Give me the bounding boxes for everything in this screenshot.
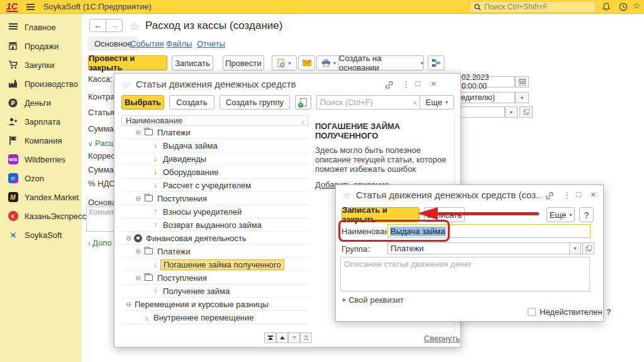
contractor-dropdown-button[interactable]: ▾ bbox=[505, 106, 518, 118]
create-group-button[interactable]: Создать группу bbox=[219, 95, 290, 110]
get-link-icon[interactable] bbox=[385, 81, 394, 89]
collapse-icon[interactable]: ⊖ bbox=[125, 300, 132, 308]
register-records-button[interactable]: ▾ bbox=[272, 55, 297, 71]
email-button[interactable] bbox=[298, 55, 315, 71]
tree-root-peremescheniya[interactable]: ⊖Перемещения и курсовые разницы bbox=[121, 298, 309, 311]
favorite-star-icon[interactable]: ☆ bbox=[130, 20, 140, 33]
tree-item-vydacha-zayma[interactable]: ↓Выдача займа bbox=[121, 139, 309, 152]
tree-item-dividendy[interactable]: ↓Дивиденды bbox=[121, 152, 309, 166]
window-star-icon[interactable]: ☆ bbox=[343, 190, 351, 201]
tree-item-vznosy-uchrediteley[interactable]: ↑Взносы учредителей bbox=[121, 205, 309, 218]
group-input[interactable]: Платежи bbox=[387, 242, 570, 254]
more-button[interactable]: Еще▾ bbox=[419, 95, 454, 110]
sidebar-item-dengi[interactable]: P Деньги bbox=[0, 93, 82, 112]
modal-search-input[interactable]: Поиск (Ctrl+F) × bbox=[316, 95, 421, 110]
menu-lines-icon bbox=[8, 22, 18, 33]
window-menu-icon[interactable]: ⋮ bbox=[563, 190, 571, 200]
wildberries-icon: WB bbox=[8, 154, 18, 165]
sidebar-item-kazanexpress[interactable]: К КазаньЭкспресс bbox=[0, 206, 82, 225]
sidebar-item-wildberries[interactable]: WB Wildberries bbox=[0, 150, 82, 169]
comment-textarea[interactable]: Коммент bbox=[86, 206, 117, 232]
forward-button[interactable]: → bbox=[106, 19, 123, 32]
move-down-button[interactable] bbox=[288, 332, 300, 343]
main-menu-icon[interactable] bbox=[26, 3, 35, 11]
section-rasshifrovka[interactable]: ∨ Расш bbox=[88, 139, 115, 148]
maximize-icon[interactable]: □ bbox=[415, 79, 420, 88]
sidebar-item-glavnoe[interactable]: Главное bbox=[0, 18, 82, 37]
collapse-icon[interactable]: ⊖ bbox=[125, 234, 132, 242]
calendar-icon[interactable] bbox=[515, 76, 529, 88]
operation-dropdown-button[interactable]: ▾ bbox=[515, 92, 529, 103]
date-input[interactable]: 02.2023 0:00:00 bbox=[461, 76, 515, 88]
sidebar-item-ozon[interactable]: O Ozon bbox=[0, 169, 82, 188]
tab-otchety[interactable]: Отчеты bbox=[197, 39, 225, 48]
custom-attribute-link[interactable]: + Свой реквизит bbox=[341, 295, 404, 305]
collapse-icon[interactable]: ⊖ bbox=[135, 195, 142, 203]
group-open-button[interactable] bbox=[582, 242, 594, 254]
favorites-star-icon[interactable]: ☆ bbox=[633, 1, 643, 11]
related-documents-button[interactable] bbox=[428, 55, 445, 71]
group-dropdown-button[interactable]: ▾ bbox=[569, 242, 581, 254]
clear-search-icon[interactable]: × bbox=[413, 99, 417, 106]
notifications-bell-icon[interactable] bbox=[601, 2, 611, 12]
move-first-button[interactable] bbox=[264, 332, 276, 343]
get-link-icon[interactable] bbox=[545, 191, 554, 200]
collapse-window-link[interactable]: Свернуть bbox=[424, 334, 460, 343]
close-icon[interactable]: × bbox=[431, 78, 436, 89]
collapse-icon[interactable]: ⊖ bbox=[135, 128, 142, 137]
tree-group-platezhi-1[interactable]: ⊖Платежи bbox=[121, 126, 309, 139]
select-button[interactable]: Выбрать bbox=[121, 95, 164, 110]
window-menu-icon[interactable]: ⋮ bbox=[402, 79, 410, 89]
invalid-checkbox[interactable] bbox=[528, 308, 536, 316]
tree-item-poluchenie-zayma[interactable]: ↑Получение займа bbox=[121, 285, 309, 298]
move-last-button[interactable] bbox=[300, 332, 312, 343]
invalid-help-link[interactable]: ? bbox=[606, 307, 611, 317]
maximize-icon[interactable]: □ bbox=[576, 189, 581, 199]
sidebar-item-proizvodstvo[interactable]: Производство bbox=[0, 74, 82, 93]
collapse-icon[interactable]: ⊖ bbox=[135, 274, 142, 282]
sidebar-item-soykasoft[interactable]: SoykaSoft bbox=[0, 225, 82, 244]
more-button[interactable]: Еще▾ bbox=[547, 207, 575, 222]
tree-item-rasschet-s-uchreditelem[interactable]: ↓Рассчет с учредителем bbox=[121, 179, 309, 192]
save-button[interactable]: Записать bbox=[172, 55, 213, 71]
history-icon[interactable] bbox=[618, 2, 628, 12]
tree-group-platezhi-2[interactable]: ⊖Платежи bbox=[121, 245, 309, 258]
sidebar-item-zakupki[interactable]: Закупки bbox=[0, 55, 82, 74]
column-header-naimenovanie[interactable]: Наименование ↓ bbox=[121, 115, 309, 126]
sidebar-item-kompaniya[interactable]: Компания bbox=[0, 131, 82, 150]
tree-item-pogashenie-zayma-selected[interactable]: ↓Погашение займа полученного bbox=[121, 258, 309, 271]
tree-root-finansovaya-deyatelnost[interactable]: ⊖✱Финансовая деятельность bbox=[121, 232, 309, 245]
tab-sobytiya[interactable]: События bbox=[130, 39, 164, 48]
create-based-on-button[interactable]: Создать на основании▾ bbox=[338, 55, 424, 71]
income-arrow-icon: ↑ bbox=[153, 220, 157, 229]
field-label-summa: Сумма: bbox=[88, 124, 116, 133]
back-button[interactable]: ← bbox=[89, 19, 106, 32]
contractor-open-button[interactable] bbox=[519, 106, 533, 118]
create-button[interactable]: Создать bbox=[169, 95, 214, 110]
print-button[interactable]: ▾ bbox=[316, 55, 341, 71]
description-textarea[interactable]: Описание статьи движения денег bbox=[340, 257, 590, 291]
collapse-icon[interactable]: ⊖ bbox=[135, 247, 142, 256]
tree-group-postupleniya-1[interactable]: ⊖Поступления bbox=[121, 192, 309, 205]
global-search-input[interactable]: Поиск Ctrl+Shift+F bbox=[470, 1, 596, 13]
tree-group-postupleniya-2[interactable]: ⊖Поступления bbox=[121, 271, 309, 285]
close-icon[interactable]: × bbox=[591, 189, 596, 200]
move-up-button[interactable] bbox=[276, 332, 288, 343]
contractor-input[interactable] bbox=[461, 106, 505, 118]
tab-faily[interactable]: Файлы bbox=[166, 39, 192, 48]
tree-item-oborudovanie[interactable]: ↓Оборудование bbox=[121, 166, 309, 179]
svg-text:P: P bbox=[11, 100, 15, 106]
sidebar-item-zarplata[interactable]: Зарплата bbox=[0, 112, 82, 131]
create-new-item-button[interactable]: + bbox=[295, 95, 311, 110]
help-button[interactable]: ? bbox=[579, 207, 594, 222]
post-button[interactable]: Провести bbox=[223, 55, 264, 71]
tree-item-vnutrennee-peremeschenie[interactable]: ↑↓Внутреннее перемещение bbox=[121, 311, 309, 324]
section-dopolnitelno[interactable]: › Допо bbox=[88, 238, 111, 247]
post-and-close-button[interactable]: Провести и закрыть bbox=[88, 55, 167, 71]
tree-item-vozvrat-vydannogo-zayma[interactable]: ↑Возврат выданного займа bbox=[121, 218, 309, 232]
window-star-icon[interactable]: ☆ bbox=[122, 79, 130, 91]
sidebar-item-prodazhi[interactable]: Продажи bbox=[0, 37, 82, 55]
expense-arrow-icon: ↓ bbox=[153, 260, 157, 269]
operation-type-input[interactable]: едителю) bbox=[461, 92, 515, 103]
sidebar-item-yandex-market[interactable]: M Yandex.Market bbox=[0, 188, 82, 206]
